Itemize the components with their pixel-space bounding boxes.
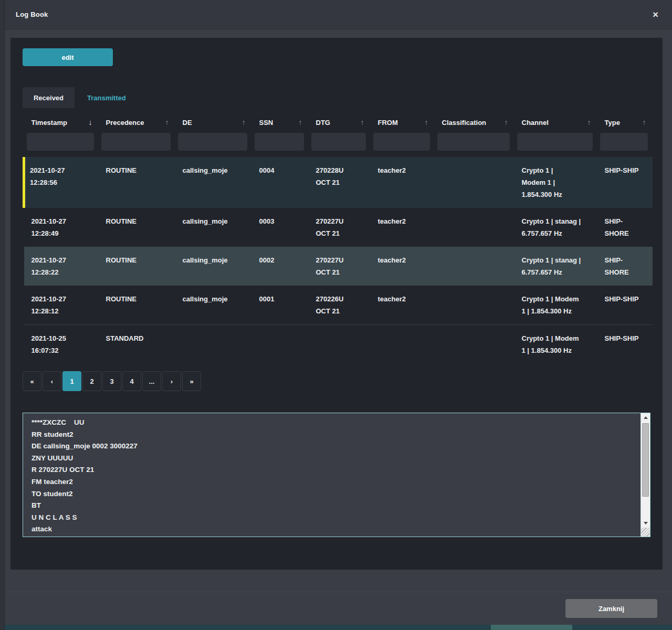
table-filter-row	[24, 132, 653, 157]
close-dialog-button[interactable]: Zamknij	[565, 599, 657, 618]
cell-type: SHIP-SHIP	[597, 325, 653, 364]
scrollbar-track[interactable]	[641, 422, 650, 519]
cell-classification	[435, 157, 514, 208]
pagination-ellipsis-button[interactable]: ...	[142, 371, 161, 391]
filter-channel-input[interactable]	[517, 133, 593, 151]
column-header-type[interactable]: Type↑	[597, 113, 653, 132]
sort-desc-icon: ↓	[89, 118, 92, 127]
log-book-dialog: Log Book × edit Received Transmitted Tim…	[0, 0, 672, 630]
cell-channel: Crypto 1 | stanag | 6.757.657 Hz	[514, 247, 597, 286]
sort-asc-icon: ↑	[361, 118, 364, 127]
cell-classification	[435, 325, 514, 364]
resize-grip-icon[interactable]	[641, 528, 650, 537]
logbook-panel: edit Received Transmitted Timestamp↓ Pre…	[10, 38, 663, 570]
cell-timestamp: 2021-10-27 12:28:12	[24, 286, 99, 325]
cell-type: SHIP- SHORE	[597, 208, 653, 247]
sort-asc-icon: ↑	[425, 118, 428, 127]
taskbar-highlight-segment	[491, 625, 572, 630]
column-header-classification[interactable]: Classification↑	[435, 113, 514, 132]
pagination: « ‹ 1 2 3 4 ... › »	[23, 371, 650, 391]
column-header-timestamp[interactable]: Timestamp↓	[24, 113, 99, 132]
cell-channel: Crypto 1 | Modem 1 | 1.854.300 Hz	[514, 286, 597, 325]
pagination-page-1[interactable]: 1	[62, 371, 81, 391]
table-header-row: Timestamp↓ Precedence↑ DE↑ SSN↑ DTG↑ FRO…	[24, 113, 653, 132]
scrollbar-down-arrow-icon[interactable]	[641, 519, 650, 528]
cell-timestamp: 2021-10-27 12:28:22	[24, 247, 99, 286]
cell-channel: Crypto 1 | Modem 1 | 1.854.300 Hz	[514, 325, 597, 364]
message-scrollbar[interactable]	[640, 413, 650, 537]
tab-received[interactable]: Received	[23, 87, 75, 108]
tab-transmitted[interactable]: Transmitted	[75, 87, 139, 108]
cell-precedence: ROUTINE	[99, 157, 175, 208]
table-row-selected[interactable]: 2021-10-27 12:28:22 ROUTINE callsing_moj…	[24, 247, 653, 286]
window-left-edge	[0, 0, 5, 630]
cell-de	[175, 325, 252, 364]
cell-type: SHIP- SHORE	[597, 247, 653, 286]
filter-ssn-input[interactable]	[255, 133, 304, 151]
cell-de: callsing_moje	[175, 157, 252, 208]
cell-timestamp: 2021-10-27 12:28:49	[24, 208, 99, 247]
sort-asc-icon: ↑	[242, 118, 246, 127]
cell-dtg: 270228U OCT 21	[309, 157, 371, 208]
column-header-ssn[interactable]: SSN↑	[252, 113, 309, 132]
cell-from: teacher2	[371, 247, 435, 286]
cell-classification	[435, 286, 514, 325]
cell-de: callsing_moje	[175, 247, 252, 286]
cell-ssn: 0004	[252, 157, 309, 208]
cell-ssn	[252, 325, 309, 364]
cell-dtg: 270226U OCT 21	[309, 286, 371, 325]
pagination-first-button[interactable]: «	[23, 371, 41, 391]
filter-type-input[interactable]	[600, 133, 648, 151]
message-text: ****ZXCZC UU RR student2 DE callsing_moj…	[23, 413, 650, 537]
cell-de: callsing_moje	[175, 286, 252, 325]
pagination-page-2[interactable]: 2	[82, 371, 101, 391]
cell-type: SHIP-SHIP	[597, 157, 653, 208]
cell-precedence: ROUTINE	[99, 286, 175, 325]
filter-dtg-input[interactable]	[311, 133, 366, 151]
background-taskbar-strip	[0, 625, 672, 630]
cell-dtg: 270227U OCT 21	[309, 208, 371, 247]
column-header-from[interactable]: FROM↑	[371, 113, 435, 132]
filter-from-input[interactable]	[373, 133, 430, 151]
scrollbar-up-arrow-icon[interactable]	[641, 413, 650, 422]
sort-asc-icon: ↑	[643, 118, 646, 127]
table-row[interactable]: 2021-10-27 12:28:49 ROUTINE callsing_moj…	[24, 208, 653, 247]
dialog-titlebar: Log Book ×	[0, 0, 672, 29]
cell-channel: Crypto 1 | Modem 1 | 1.854.300 Hz	[514, 157, 597, 208]
dialog-footer: Zamknij	[0, 592, 672, 625]
cell-precedence: STANDARD	[99, 325, 175, 364]
filter-timestamp-input[interactable]	[27, 133, 94, 151]
cell-dtg	[309, 325, 371, 364]
pagination-next-button[interactable]: ›	[162, 371, 181, 391]
cell-precedence: ROUTINE	[99, 247, 175, 286]
cell-type: SHIP-SHIP	[597, 286, 653, 325]
column-header-de[interactable]: DE↑	[175, 113, 252, 132]
table-row[interactable]: 2021-10-27 12:28:12 ROUTINE callsing_moj…	[24, 286, 653, 325]
table-row[interactable]: 2021-10-27 12:28:56 ROUTINE callsing_moj…	[24, 157, 653, 208]
filter-precedence-input[interactable]	[101, 133, 171, 151]
cell-classification	[435, 208, 514, 247]
edit-button[interactable]: edit	[23, 48, 113, 66]
scrollbar-thumb[interactable]	[642, 423, 649, 497]
filter-de-input[interactable]	[178, 133, 247, 151]
pagination-last-button[interactable]: »	[182, 371, 201, 391]
pagination-page-4[interactable]: 4	[122, 371, 141, 391]
sort-asc-icon: ↑	[165, 118, 169, 127]
pagination-prev-button[interactable]: ‹	[43, 371, 61, 391]
pagination-page-3[interactable]: 3	[102, 371, 121, 391]
column-header-precedence[interactable]: Precedence↑	[99, 113, 175, 132]
column-header-dtg[interactable]: DTG↑	[309, 113, 371, 132]
filter-classification-input[interactable]	[437, 133, 510, 151]
cell-precedence: ROUTINE	[99, 208, 175, 247]
table-row[interactable]: 2021-10-25 16:07:32 STANDARD Crypto 1 | …	[24, 325, 653, 364]
cell-from: teacher2	[371, 286, 435, 325]
close-icon[interactable]: ×	[650, 7, 660, 22]
message-textarea[interactable]: ****ZXCZC UU RR student2 DE callsing_moj…	[23, 413, 650, 537]
tab-bar: Received Transmitted	[23, 87, 650, 108]
cell-ssn: 0003	[252, 208, 309, 247]
cell-timestamp: 2021-10-25 16:07:32	[24, 325, 99, 364]
cell-from: teacher2	[371, 157, 435, 208]
cell-from: teacher2	[371, 208, 435, 247]
column-header-channel[interactable]: Channel↑	[514, 113, 597, 132]
sort-asc-icon: ↑	[299, 118, 302, 127]
